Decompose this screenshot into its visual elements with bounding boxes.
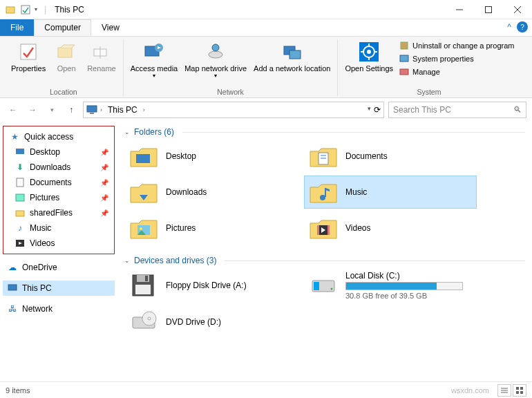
pc-icon [7, 283, 18, 294]
maximize-button[interactable] [474, 0, 503, 19]
nav-this-pc[interactable]: This PC [3, 281, 115, 296]
nav-quick-access[interactable]: ★ Quick access [5, 129, 113, 144]
nav-videos[interactable]: Videos [5, 236, 113, 251]
nav-downloads[interactable]: ⬇ Downloads📌 [5, 160, 113, 175]
status-bar: 9 items wsxdn.com [0, 381, 532, 398]
nav-documents[interactable]: Documents📌 [5, 175, 113, 190]
disk-usage-bar [345, 282, 463, 290]
tab-file[interactable]: File [0, 19, 34, 36]
group-label-system: System [417, 87, 441, 96]
nav-music[interactable]: ♪ Music [5, 220, 113, 236]
open-button[interactable]: Open [50, 39, 83, 74]
collapse-ribbon-icon[interactable]: ^ [507, 22, 511, 32]
chevron-down-icon[interactable]: ⌄ [124, 257, 130, 264]
tab-computer[interactable]: Computer [34, 19, 91, 36]
divider: | [41, 5, 49, 15]
folder-music[interactable]: Music [304, 176, 477, 209]
star-icon: ★ [9, 131, 20, 142]
uninstall-icon [399, 40, 410, 51]
help-icon[interactable]: ? [517, 21, 528, 32]
device-floppy[interactable]: Floppy Disk Drive (A:) [124, 268, 297, 303]
properties-button[interactable]: Properties [8, 39, 48, 74]
manage-button[interactable]: Manage [397, 66, 515, 78]
device-dvd[interactable]: DVD Drive (D:) [124, 305, 297, 339]
search-input[interactable]: Search This PC 🔍︎ [388, 102, 526, 118]
map-drive-icon [205, 41, 227, 63]
svg-rect-3 [486, 6, 492, 12]
floppy-icon [129, 272, 159, 299]
open-icon [55, 41, 77, 63]
uninstall-button[interactable]: Uninstall or change a program [397, 39, 515, 52]
address-box[interactable]: › This PC › ▾ ⟳ [83, 102, 384, 118]
svg-rect-23 [401, 42, 408, 49]
svg-rect-35 [136, 154, 150, 163]
up-button[interactable]: ↑ [64, 102, 79, 117]
add-location-icon [281, 41, 303, 63]
dvd-icon [129, 308, 159, 336]
nav-sharedfiles[interactable]: sharedFiles📌 [5, 205, 113, 220]
back-button[interactable]: ← [6, 102, 21, 117]
content-pane: ⌄ Folders (6) Desktop Documents Download… [117, 122, 532, 384]
qat-dropdown-icon[interactable]: ▾ [35, 6, 37, 12]
svg-rect-29 [17, 178, 23, 187]
documents-icon [308, 142, 339, 170]
qat-properties-icon[interactable] [19, 3, 32, 16]
videos-icon [308, 214, 339, 242]
pin-icon: 📌 [100, 194, 108, 202]
add-network-location-button[interactable]: Add a network location [251, 39, 333, 74]
chevron-right-icon[interactable]: › [100, 106, 102, 113]
folder-documents[interactable]: Documents [304, 140, 477, 173]
view-large-icons-button[interactable] [513, 384, 526, 397]
search-icon[interactable]: 🔍︎ [513, 105, 522, 115]
folder-desktop[interactable]: Desktop [124, 140, 297, 173]
svg-rect-60 [520, 387, 523, 390]
folder-pictures[interactable]: Pictures [124, 211, 297, 245]
folder-videos[interactable]: Videos [304, 211, 477, 245]
chevron-down-icon[interactable]: ⌄ [124, 129, 130, 135]
nav-pictures[interactable]: Pictures📌 [5, 190, 113, 205]
ribbon-group-network: Access media ▾ Map network drive ▾ Add a… [124, 39, 339, 96]
music-icon [308, 178, 339, 206]
pin-icon: 📌 [100, 164, 108, 171]
svg-point-55 [148, 317, 151, 320]
refresh-button[interactable]: ⟳ [374, 105, 381, 115]
videos-icon [15, 238, 26, 249]
svg-point-41 [140, 227, 142, 230]
device-local-disk-c[interactable]: Local Disk (C:) 30.8 GB free of 39.5 GB [304, 268, 477, 303]
manage-icon [399, 66, 410, 77]
svg-rect-31 [16, 211, 24, 216]
open-settings-button[interactable]: Open Settings [342, 39, 396, 74]
svg-rect-34 [8, 285, 17, 290]
chevron-right-icon[interactable]: › [143, 106, 145, 113]
minimize-button[interactable] [445, 0, 474, 19]
folder-downloads[interactable]: Downloads [124, 176, 297, 209]
folders-group-header[interactable]: ⌄ Folders (6) [124, 124, 525, 140]
tab-view[interactable]: View [91, 19, 130, 36]
address-bar: ← → ▾ ↑ › This PC › ▾ ⟳ Search This PC 🔍… [0, 98, 532, 122]
rename-button[interactable]: Rename [84, 39, 119, 74]
breadcrumb[interactable]: This PC [105, 105, 140, 115]
close-button[interactable] [503, 0, 532, 19]
pin-icon: 📌 [100, 179, 108, 187]
recent-locations-button[interactable]: ▾ [44, 102, 59, 117]
desktop-icon [129, 142, 159, 170]
svg-rect-28 [16, 149, 24, 154]
network-icon: 🖧 [7, 303, 18, 314]
view-details-button[interactable] [497, 384, 511, 397]
devices-group-header[interactable]: ⌄ Devices and drives (3) [124, 253, 525, 268]
svg-rect-7 [58, 48, 72, 57]
system-props-icon [399, 53, 410, 64]
system-properties-button[interactable]: System properties [397, 53, 515, 65]
access-media-button[interactable]: Access media ▾ [128, 39, 180, 80]
svg-rect-59 [516, 387, 519, 390]
nav-onedrive[interactable]: ☁ OneDrive [3, 260, 115, 275]
nav-desktop[interactable]: Desktop📌 [5, 144, 113, 160]
nav-network[interactable]: 🖧 Network [3, 301, 115, 316]
forward-button[interactable]: → [25, 102, 40, 117]
map-network-drive-button[interactable]: Map network drive ▾ [182, 39, 249, 80]
svg-rect-1 [21, 6, 30, 14]
disk-icon [308, 272, 339, 299]
svg-rect-49 [135, 285, 151, 294]
address-dropdown-icon[interactable]: ▾ [368, 105, 371, 115]
explorer-body: ★ Quick access Desktop📌 ⬇ Downloads📌 Doc… [0, 122, 532, 384]
